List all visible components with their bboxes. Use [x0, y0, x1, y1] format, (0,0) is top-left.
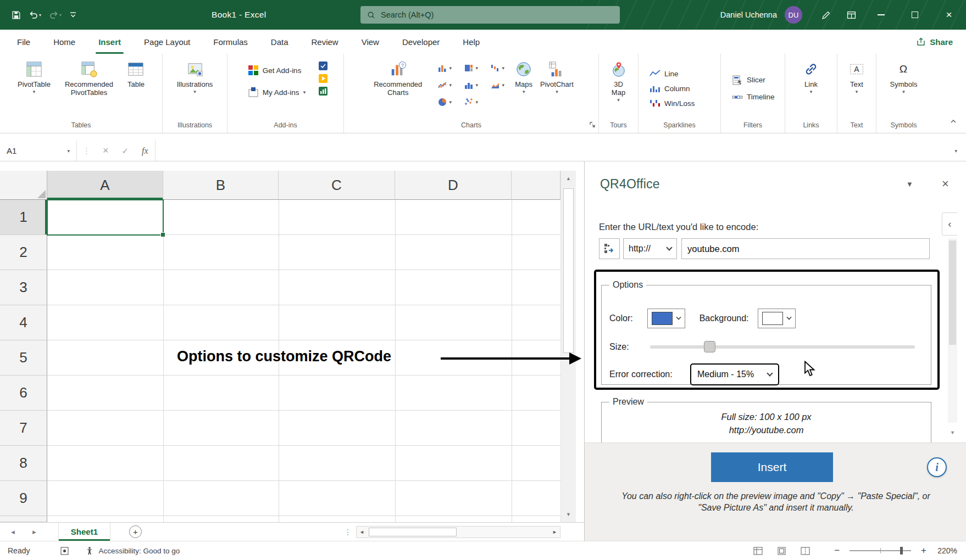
- tab-review[interactable]: Review: [300, 30, 350, 54]
- scroll-right-icon[interactable]: ►: [552, 529, 557, 535]
- tab-file[interactable]: File: [5, 30, 42, 54]
- customize-qat-button[interactable]: [66, 9, 80, 20]
- tab-view[interactable]: View: [350, 30, 391, 54]
- search-box[interactable]: Search (Alt+Q): [360, 6, 620, 24]
- close-button[interactable]: ×: [932, 0, 966, 30]
- scroll-down-icon[interactable]: ▼: [561, 507, 576, 522]
- zoom-in-button[interactable]: +: [918, 545, 930, 556]
- insert-waterfall-chart-button[interactable]: ▾: [484, 59, 510, 76]
- col-header-a[interactable]: A: [47, 171, 163, 200]
- splitter-handle[interactable]: ⋮: [344, 528, 352, 536]
- insert-pie-chart-button[interactable]: ▾: [431, 93, 458, 110]
- tab-insert[interactable]: Insert: [87, 30, 132, 54]
- row-header-4[interactable]: 4: [0, 305, 47, 340]
- collapse-ribbon-button[interactable]: [950, 117, 957, 127]
- task-pane-close-icon[interactable]: ×: [942, 177, 949, 191]
- 3d-map-button[interactable]: 3D Map ▾: [606, 57, 631, 104]
- maximize-button[interactable]: [898, 0, 932, 30]
- cancel-icon[interactable]: ×: [96, 145, 115, 156]
- scroll-left-icon[interactable]: ◄: [359, 529, 364, 535]
- qr-type-button[interactable]: [599, 238, 620, 259]
- timeline-button[interactable]: Timeline: [728, 89, 779, 105]
- row-header-1[interactable]: 1: [0, 200, 47, 235]
- insert-statistic-chart-button[interactable]: ▾: [458, 76, 484, 93]
- ribbon-display-options-button[interactable]: [839, 0, 864, 30]
- tab-help[interactable]: Help: [451, 30, 491, 54]
- error-correction-select[interactable]: Medium - 15%: [690, 363, 779, 385]
- zoom-slider-thumb[interactable]: [900, 547, 903, 555]
- page-layout-view-icon[interactable]: [777, 547, 786, 555]
- save-button[interactable]: [9, 8, 24, 22]
- charts-dialog-launcher[interactable]: [589, 121, 596, 131]
- info-icon[interactable]: i: [927, 457, 947, 477]
- size-slider-thumb[interactable]: [704, 341, 715, 352]
- slicer-button[interactable]: Slicer: [728, 72, 770, 88]
- row-header-9[interactable]: 9: [0, 481, 47, 516]
- size-slider[interactable]: [650, 345, 915, 349]
- ink-editor-button[interactable]: [813, 0, 839, 30]
- vertical-scrollbar[interactable]: ▲ ▼: [560, 171, 576, 522]
- collapse-pane-chevron[interactable]: ‹: [942, 212, 957, 236]
- protocol-select[interactable]: http://: [623, 238, 677, 259]
- row-header-partial[interactable]: [0, 516, 47, 522]
- insert-hierarchy-chart-button[interactable]: ▾: [458, 59, 484, 76]
- row-header-8[interactable]: 8: [0, 446, 47, 481]
- pane-scroll-down-icon[interactable]: ▼: [948, 426, 957, 439]
- insert-column-chart-button[interactable]: ▾: [431, 59, 458, 76]
- normal-view-icon[interactable]: [753, 547, 763, 555]
- scroll-up-icon[interactable]: ▲: [561, 171, 576, 186]
- expand-formula-bar-icon[interactable]: ▾: [946, 148, 966, 154]
- tab-data[interactable]: Data: [259, 30, 300, 54]
- tab-formulas[interactable]: Formulas: [202, 30, 259, 54]
- get-addins-button[interactable]: Get Add-ins: [243, 63, 310, 78]
- formula-bar-handle[interactable]: ⋮: [77, 146, 96, 156]
- macro-record-button[interactable]: [60, 547, 69, 555]
- tab-page-layout[interactable]: Page Layout: [132, 30, 202, 54]
- row-header-3[interactable]: 3: [0, 270, 47, 305]
- accessibility-status[interactable]: Accessibility: Good to go: [85, 546, 180, 555]
- vertical-scrollbar-thumb[interactable]: [563, 188, 574, 353]
- link-button[interactable]: Link ▾: [800, 57, 822, 96]
- insert-function-button[interactable]: fx: [135, 146, 155, 156]
- selected-cell-a1[interactable]: [47, 199, 164, 236]
- insert-line-chart-button[interactable]: ▾: [431, 76, 458, 93]
- zoom-level[interactable]: 220%: [937, 546, 966, 555]
- sparkline-line-button[interactable]: Line: [645, 67, 683, 80]
- select-all-corner[interactable]: [0, 171, 47, 200]
- horizontal-scrollbar-thumb[interactable]: [369, 528, 457, 536]
- recommended-charts-button[interactable]: ? Recommended Charts: [365, 57, 430, 98]
- row-header-7[interactable]: 7: [0, 411, 47, 446]
- pivottable-button[interactable]: PivotTable ▾: [14, 57, 54, 96]
- sheet-prev-icon[interactable]: ◄: [10, 529, 16, 535]
- pivotchart-button[interactable]: PivotChart ▾: [537, 57, 577, 96]
- page-break-view-icon[interactable]: [801, 547, 810, 555]
- tab-home[interactable]: Home: [42, 30, 87, 54]
- insert-area-chart-button[interactable]: ▾: [484, 76, 510, 93]
- insert-scatter-chart-button[interactable]: ▾: [458, 93, 484, 110]
- zoom-out-button[interactable]: −: [831, 545, 843, 556]
- table-button[interactable]: Table: [124, 57, 148, 89]
- row-header-5[interactable]: 5: [0, 340, 47, 376]
- minimize-button[interactable]: [864, 0, 898, 30]
- col-header-partial[interactable]: [512, 171, 560, 200]
- pane-scrollbar[interactable]: [948, 238, 957, 423]
- my-addins-button[interactable]: My Add-ins ▾: [243, 85, 310, 100]
- redo-button[interactable]: ▾: [46, 8, 64, 21]
- maps-button[interactable]: Maps ▾: [512, 57, 536, 96]
- background-picker-button[interactable]: [758, 309, 796, 328]
- avatar[interactable]: DU: [785, 6, 802, 24]
- formula-input[interactable]: [155, 141, 946, 161]
- sparkline-winloss-button[interactable]: Win/Loss: [645, 97, 699, 110]
- task-pane-options-chevron[interactable]: ▼: [906, 180, 913, 188]
- addin-shortcut-icon-yellow[interactable]: [319, 74, 327, 83]
- insert-qr-button[interactable]: Insert: [711, 452, 833, 482]
- illustrations-button[interactable]: Illustrations ▾: [174, 57, 216, 96]
- url-input[interactable]: [681, 238, 930, 259]
- pane-scrollbar-thumb[interactable]: [949, 240, 956, 345]
- row-header-2[interactable]: 2: [0, 235, 47, 270]
- sheet-tab-sheet1[interactable]: Sheet1: [58, 523, 110, 541]
- zoom-slider[interactable]: [850, 550, 911, 551]
- name-box[interactable]: A1 ▾: [0, 141, 77, 161]
- addin-shortcut-icon-blue[interactable]: [319, 61, 327, 70]
- horizontal-scrollbar[interactable]: ◄ ►: [356, 526, 560, 538]
